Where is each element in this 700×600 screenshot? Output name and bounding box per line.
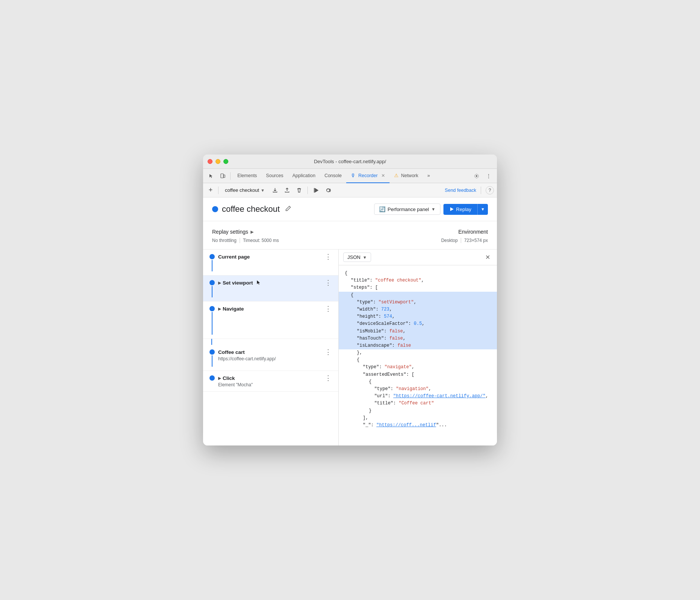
tab-application[interactable]: Application: [288, 169, 320, 183]
meta-separator: [240, 238, 240, 243]
json-format-select[interactable]: JSON ▼: [343, 253, 371, 262]
step-name-row-4: Coffee cart ⋮: [218, 349, 332, 355]
recorder-icon: 🎙: [351, 173, 356, 178]
step-dot-col-3: [206, 305, 218, 335]
step-dot-5: [209, 375, 215, 381]
step-click-menu-button[interactable]: ⋮: [324, 375, 332, 381]
step-navigate[interactable]: ▶ Navigate ⋮: [203, 302, 338, 339]
step-coffee-menu-button[interactable]: ⋮: [324, 349, 332, 355]
step-name-2: ▶ Set viewport: [218, 280, 262, 286]
step-viewport-menu-button[interactable]: ⋮: [324, 279, 332, 286]
step-line-4: [212, 355, 212, 367]
new-recording-button[interactable]: +: [206, 186, 215, 195]
minimize-button[interactable]: [216, 159, 220, 164]
env-value: Desktop 723×574 px: [441, 238, 488, 243]
step-subtitle-4: https://coffee-cart.netlify.app/: [218, 356, 332, 361]
json-line-highlight: "type": "setViewport",: [339, 299, 497, 306]
step-dot-col-2: [206, 279, 218, 297]
replay-main-button[interactable]: Replay: [443, 204, 477, 215]
json-line: {: [345, 357, 491, 364]
step-name-row-5: ▶ Click ⋮: [218, 375, 332, 381]
delete-button[interactable]: [294, 185, 304, 196]
performance-panel-button[interactable]: 🔄 Performance panel ▼: [374, 204, 440, 215]
json-line: "title": "Coffee cart": [345, 400, 491, 407]
devtools-window: DevTools - coffee-cart.netlify.app/ Elem…: [203, 155, 497, 445]
record-button[interactable]: [323, 185, 333, 196]
svg-marker-2: [315, 188, 318, 192]
replay-button-group: Replay ▼: [443, 204, 488, 215]
title-bar: DevTools - coffee-cart.netlify.app/: [203, 155, 497, 169]
step-body-3: ▶ Navigate ⋮: [218, 305, 332, 312]
expand-arrow-icon-3: ▶: [218, 376, 221, 380]
more-options-button[interactable]: ⋮: [483, 171, 494, 181]
step-current-page[interactable]: Current page ⋮: [203, 249, 338, 276]
step-name-5: ▶ Click: [218, 375, 235, 381]
step-connector: [211, 339, 338, 345]
device-toolbar-button[interactable]: [217, 171, 228, 181]
close-button[interactable]: [208, 159, 212, 164]
tab-sources[interactable]: Sources: [261, 169, 288, 183]
step-body-2: ▶ Set viewport ⋮: [218, 279, 332, 286]
replay-settings-title[interactable]: Replay settings ▶: [212, 229, 279, 235]
recording-header: coffee checkout 🔄 Performance panel ▼: [203, 197, 497, 221]
json-panel: JSON ▼ ✕ { "title": "coffee checkout", "…: [339, 249, 497, 445]
perf-panel-chevron-icon: ▼: [431, 207, 436, 211]
json-line-highlight: "hasTouch": false,: [339, 335, 497, 342]
recorder-tab-close[interactable]: ✕: [381, 173, 385, 178]
step-dot-col-4: [206, 349, 218, 367]
import-button[interactable]: [282, 185, 292, 196]
sep3: [307, 187, 308, 194]
devtools-toolbar: Elements Sources Application Console 🎙 R…: [203, 169, 497, 183]
cursor-tool-button[interactable]: [206, 171, 217, 181]
json-line: }: [345, 407, 491, 415]
expand-arrow-icon: ▶: [218, 281, 221, 285]
json-line: "_": "https://coff...netlif"...: [345, 422, 491, 429]
step-coffee-cart[interactable]: Coffee cart ⋮ https://coffee-cart.netlif…: [203, 345, 338, 371]
svg-rect-1: [223, 175, 225, 178]
perf-panel-icon: 🔄: [379, 206, 385, 212]
replay-dropdown-button[interactable]: ▼: [477, 204, 488, 215]
step-play-button[interactable]: [311, 185, 321, 196]
step-navigate-menu-button[interactable]: ⋮: [324, 305, 332, 312]
recording-status-dot: [212, 206, 218, 212]
json-line: "url": "https://coffee-cart.netlify.app/…: [345, 393, 491, 400]
json-line: "title": "coffee checkout",: [345, 277, 491, 284]
step-set-viewport[interactable]: ▶ Set viewport ⋮: [203, 276, 338, 302]
recording-selector[interactable]: coffee checkout ▼: [222, 186, 268, 194]
json-line: "type": "navigate",: [345, 364, 491, 371]
step-menu-button[interactable]: ⋮: [324, 253, 332, 260]
tab-list: Elements Sources Application Console 🎙 R…: [233, 169, 471, 183]
recording-title: coffee checkout: [222, 204, 280, 214]
replay-dropdown-chevron-icon: ▼: [481, 207, 485, 211]
step-dot-col-5: [206, 375, 218, 381]
tab-recorder[interactable]: 🎙 Recorder ✕: [346, 169, 390, 183]
tab-elements[interactable]: Elements: [233, 169, 261, 183]
json-line-highlight: {: [339, 292, 497, 299]
split-pane: Current page ⋮ ▶: [203, 249, 497, 445]
json-line: {: [345, 270, 491, 277]
recording-title-group: coffee checkout: [212, 204, 293, 214]
settings-gear-button[interactable]: [471, 171, 482, 181]
edit-title-button[interactable]: [284, 204, 293, 214]
step-line-3: [212, 312, 212, 335]
settings-meta: No throttling Timeout: 5000 ms: [212, 238, 279, 243]
window-title: DevTools - coffee-cart.netlify.app/: [314, 159, 386, 164]
help-button[interactable]: ?: [486, 186, 494, 194]
json-line-highlight: "deviceScaleFactor": 0.5,: [339, 320, 497, 328]
json-close-button[interactable]: ✕: [483, 253, 492, 262]
tab-console[interactable]: Console: [320, 169, 346, 183]
toolbar-right: ⋮: [471, 171, 494, 181]
export-button[interactable]: [270, 185, 280, 196]
step-line: [212, 260, 212, 271]
json-line-highlight: "isMobile": false,: [339, 328, 497, 335]
step-name-4: Coffee cart: [218, 349, 245, 355]
send-feedback-link[interactable]: Send feedback: [445, 188, 476, 193]
maximize-button[interactable]: [223, 159, 228, 164]
tab-more[interactable]: »: [423, 169, 434, 183]
json-line: "type": "navigation",: [345, 386, 491, 393]
step-dot: [209, 254, 215, 259]
tab-network[interactable]: ⚠ Network: [390, 169, 423, 183]
network-warn-icon: ⚠: [394, 173, 399, 178]
step-click[interactable]: ▶ Click ⋮ Element "Mocha": [203, 371, 338, 392]
steps-panel: Current page ⋮ ▶: [203, 249, 339, 445]
